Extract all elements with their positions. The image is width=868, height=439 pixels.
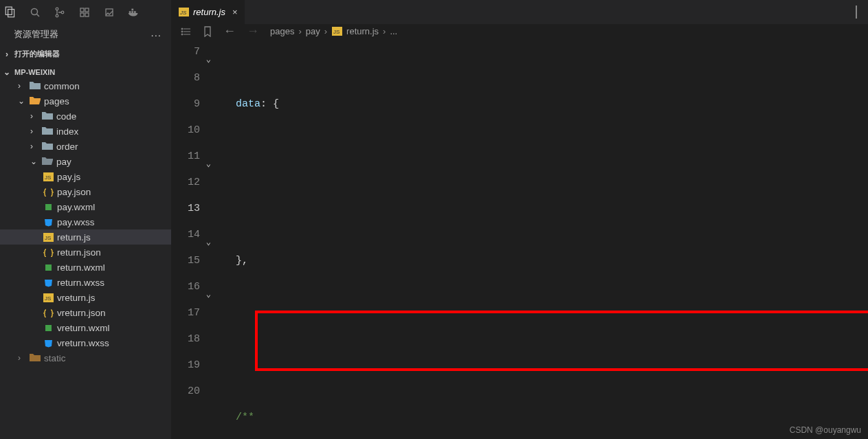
- svg-rect-10: [85, 13, 89, 16]
- svg-text:JS: JS: [179, 10, 187, 16]
- search-icon[interactable]: [29, 6, 41, 19]
- split-icon: [856, 5, 857, 19]
- svg-text:JS: JS: [45, 175, 51, 181]
- chevron-right-icon: ›: [3, 49, 11, 59]
- extensions-icon[interactable]: [78, 6, 91, 19]
- folder-icon: [42, 111, 53, 121]
- folder-code[interactable]: ›code: [0, 109, 171, 124]
- wxml-file-icon: [43, 262, 54, 272]
- svg-rect-0: [5, 7, 12, 14]
- folder-open-icon: [30, 96, 41, 106]
- chevron-down-icon: ⌄: [18, 96, 26, 106]
- file-tree: ›common ⌄pages ›code ›index ›order ⌄pay …: [0, 78, 171, 365]
- code-area[interactable]: 7⌄ 8 9 10 11⌄ 12 13 14⌄ 15 16⌄ 17 18 19 …: [171, 39, 868, 439]
- tab-returnjs[interactable]: JS return.js ×: [171, 0, 245, 24]
- folder-order[interactable]: ›order: [0, 139, 171, 154]
- wxss-file-icon: [43, 338, 54, 348]
- chevron-right-icon: ›: [30, 111, 38, 121]
- workspace-section[interactable]: ⌄MP-WEIXIN: [0, 66, 171, 78]
- file-returnwxml[interactable]: return.wxml: [0, 260, 171, 275]
- fold-icon[interactable]: ⌄: [206, 282, 211, 308]
- svg-rect-14: [134, 11, 136, 13]
- json-file-icon: [43, 308, 54, 317]
- folder-open-icon: [42, 157, 53, 166]
- svg-point-2: [32, 8, 38, 14]
- file-vreturnjson[interactable]: vreturn.json: [0, 305, 171, 320]
- files-icon[interactable]: [4, 6, 16, 19]
- svg-rect-8: [85, 8, 89, 12]
- scm-icon[interactable]: [54, 6, 66, 19]
- chevron-down-icon: ⌄: [3, 67, 11, 77]
- folder-icon: [42, 126, 53, 136]
- folder-pages[interactable]: ⌄pages: [0, 93, 171, 109]
- open-editors-section[interactable]: ›打开的编辑器: [0, 47, 171, 60]
- explorer-title: 资源管理器: [14, 28, 58, 41]
- breadcrumb[interactable]: pages› pay› JS return.js› ...: [270, 26, 397, 36]
- folder-icon: [42, 142, 53, 151]
- svg-point-27: [181, 28, 183, 30]
- file-vreturnjs[interactable]: JSvreturn.js: [0, 290, 171, 305]
- svg-point-4: [56, 8, 58, 10]
- docker-icon[interactable]: [128, 6, 140, 19]
- svg-point-5: [56, 14, 58, 17]
- tab-label: return.js: [193, 7, 225, 17]
- file-vreturnwxml[interactable]: vreturn.wxml: [0, 320, 171, 335]
- more-actions-icon[interactable]: ···: [151, 29, 162, 41]
- js-file-icon: JS: [43, 172, 54, 181]
- debug-icon[interactable]: [103, 6, 115, 19]
- folder-index[interactable]: ›index: [0, 124, 171, 139]
- list-icon[interactable]: [181, 26, 192, 37]
- js-file-icon: JS: [43, 232, 54, 242]
- file-payjson[interactable]: pay.json: [0, 184, 171, 199]
- fold-icon[interactable]: ⌄: [206, 47, 211, 73]
- file-paywxml[interactable]: pay.wxml: [0, 199, 171, 214]
- explorer-header: 资源管理器 ···: [0, 24, 171, 45]
- svg-line-3: [37, 14, 40, 16]
- folder-icon: [30, 81, 41, 91]
- wxss-file-icon: [43, 278, 54, 287]
- svg-rect-9: [80, 13, 84, 16]
- svg-rect-1: [8, 9, 14, 16]
- file-payjs[interactable]: JSpay.js: [0, 169, 171, 184]
- activity-bar: [0, 0, 171, 24]
- svg-point-28: [181, 31, 183, 32]
- line-gutter: 7⌄ 8 9 10 11⌄ 12 13 14⌄ 15 16⌄ 17 18 19 …: [171, 39, 214, 439]
- fold-icon[interactable]: ⌄: [206, 151, 211, 177]
- svg-rect-15: [131, 8, 133, 10]
- svg-text:JS: JS: [45, 295, 51, 302]
- file-returnjs[interactable]: JSreturn.js: [0, 229, 171, 245]
- folder-pay[interactable]: ⌄pay: [0, 154, 171, 169]
- file-returnwxss[interactable]: return.wxss: [0, 275, 171, 290]
- bookmark-icon[interactable]: [203, 26, 212, 37]
- file-returnjson[interactable]: return.json: [0, 245, 171, 260]
- split-editor-button[interactable]: [856, 6, 868, 19]
- wxss-file-icon: [43, 217, 54, 227]
- chevron-down-icon: ⌄: [30, 157, 38, 166]
- folder-common[interactable]: ›common: [0, 78, 171, 93]
- file-paywxss[interactable]: pay.wxss: [0, 214, 171, 229]
- js-file-icon: JS: [43, 293, 54, 302]
- close-icon[interactable]: ×: [232, 7, 238, 17]
- nav-forward-icon[interactable]: →: [247, 24, 259, 38]
- chevron-right-icon: ›: [18, 81, 26, 91]
- watermark: CSDN @ouyangwu: [790, 425, 861, 435]
- folder-static[interactable]: ›static: [0, 350, 171, 365]
- svg-rect-13: [131, 11, 133, 13]
- file-vreturnwxss[interactable]: vreturn.wxss: [0, 335, 171, 350]
- code-content[interactable]: data: { }, /** * 生命周期函数--监听页面加载 */ onLoa…: [214, 39, 868, 439]
- folder-icon: [30, 353, 41, 363]
- svg-rect-12: [129, 11, 131, 13]
- fold-icon[interactable]: ⌄: [206, 229, 211, 256]
- wxml-file-icon: [43, 202, 54, 212]
- chevron-right-icon: ›: [30, 126, 38, 136]
- chevron-right-icon: ›: [30, 142, 38, 151]
- editor-toolbar: ← → pages› pay› JS return.js› ...: [171, 24, 868, 39]
- editor-panel: JS return.js × ← → pages› pay› JS return…: [171, 0, 868, 439]
- svg-point-6: [61, 11, 64, 14]
- json-file-icon: [43, 247, 54, 257]
- nav-back-icon[interactable]: ←: [223, 24, 236, 38]
- svg-text:JS: JS: [333, 29, 340, 35]
- js-file-icon: JS: [331, 27, 342, 36]
- svg-point-29: [181, 34, 183, 35]
- tabs-bar: JS return.js ×: [171, 0, 868, 24]
